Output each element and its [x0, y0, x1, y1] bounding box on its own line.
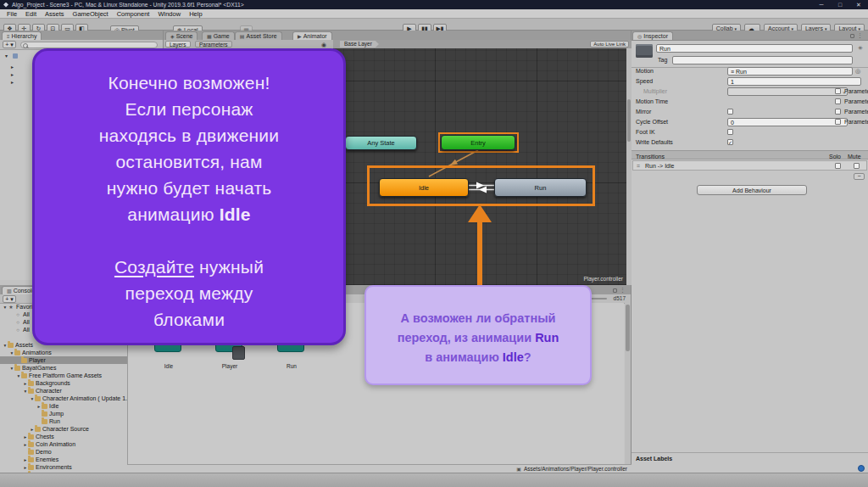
remove-transition-button[interactable]: − — [854, 173, 865, 180]
cycle-offset-parameter-checkbox[interactable] — [835, 119, 841, 125]
transition-list-item[interactable]: = Run -> Idle — [632, 160, 867, 171]
folder-icon — [21, 373, 27, 378]
tree-item-label: Demo — [36, 449, 52, 455]
card-text-line: находясь в движении — [35, 122, 343, 148]
project-tree-item[interactable]: ▸Character Source — [0, 425, 127, 433]
main-toolbar: ❖✛↻⊡▭◧ ◎ Pivot ⊕ Local ▦ ▶▮▮▶▮ Collab▾☁A… — [0, 19, 868, 31]
solo-checkbox[interactable] — [835, 163, 841, 169]
tree-item-label: Chests — [36, 434, 54, 439]
console-icon: ▥ — [7, 288, 12, 294]
menu-item[interactable]: GameObject — [69, 10, 113, 18]
tab-game[interactable]: ▦Game — [202, 31, 235, 40]
tab-layers[interactable]: Layers — [165, 41, 191, 48]
add-behaviour-button[interactable]: Add Behaviour — [697, 185, 807, 195]
menu-item[interactable]: Component — [113, 10, 154, 18]
motion-clip-icon: ≡ — [731, 69, 734, 75]
multiplier-field[interactable]: ▾ — [727, 87, 848, 96]
project-tree-item[interactable]: ▾Free Platform Game Assets — [0, 372, 127, 379]
state-node-run[interactable]: Run — [494, 178, 587, 197]
tab-inspector[interactable]: ◎Inspector — [632, 31, 673, 40]
project-tree-item[interactable]: ▸Enemies — [0, 456, 127, 463]
drag-handle-icon[interactable]: = — [637, 163, 640, 169]
motion-time-parameter-checkbox[interactable] — [835, 98, 841, 104]
breadcrumb[interactable]: Base Layer — [340, 41, 379, 48]
mirror-parameter-checkbox[interactable] — [835, 109, 841, 115]
state-node-idle[interactable]: Idle — [379, 178, 469, 197]
project-tree-item[interactable]: ▸Environments — [0, 463, 127, 471]
project-tree-item[interactable]: Jump — [0, 410, 127, 417]
close-button[interactable]: ✕ — [853, 0, 865, 9]
project-tree-item[interactable]: Demo — [0, 448, 127, 456]
asset-thumbnail-label: Player — [206, 363, 253, 369]
multiplier-parameter-checkbox[interactable] — [835, 88, 841, 94]
scrollbar[interactable] — [625, 303, 631, 464]
card-text-line: Конечно возможен! — [35, 70, 343, 96]
tab-asset-store[interactable]: ▤Asset Store — [235, 31, 282, 40]
tag-field[interactable] — [672, 56, 853, 64]
project-tree-item[interactable]: Player — [0, 356, 127, 364]
foot-ik-checkbox[interactable] — [727, 129, 733, 135]
write-defaults-checkbox[interactable]: ✓ — [727, 139, 733, 145]
tree-item-label: All — [23, 327, 30, 333]
maximize-button[interactable]: □ — [834, 0, 846, 9]
mirror-checkbox[interactable] — [727, 109, 733, 115]
state-node-entry[interactable]: Entry — [441, 135, 515, 150]
create-asset-button[interactable]: + ▾ — [3, 295, 16, 303]
tab-hierarchy[interactable]: ≡Hierarchy — [2, 31, 42, 40]
foot-ik-label: Foot IK — [636, 129, 655, 135]
foldout-arrow-icon[interactable]: ▾ — [5, 53, 8, 59]
state-node-any-state[interactable]: Any State — [345, 136, 417, 150]
project-tree-item[interactable]: ▾Character Animation ( Update 1.8 ) — [0, 395, 127, 402]
state-machine-canvas[interactable]: Any State Entry Idle Run Player.controll… — [333, 48, 632, 285]
tree-item-label: All — [23, 311, 30, 317]
tree-item-label: Character Source — [42, 426, 89, 432]
speed-field[interactable]: 1 — [727, 77, 861, 86]
menu-item[interactable]: Help — [185, 10, 206, 18]
mute-checkbox[interactable] — [854, 163, 860, 169]
eye-icon[interactable]: ◉ — [321, 42, 326, 48]
card-text-line: блоками — [35, 306, 343, 333]
project-tree-item[interactable]: ▸Backgrounds — [0, 379, 127, 387]
lock-icon[interactable] — [613, 288, 617, 293]
menu-item[interactable]: Window — [153, 10, 185, 18]
lock-icon[interactable] — [850, 34, 854, 38]
project-tree-item[interactable]: ▸Chests — [0, 433, 127, 440]
menu-item[interactable]: File — [3, 10, 21, 18]
create-object-button[interactable]: + ▾ — [3, 41, 16, 48]
tree-item-label: Idle — [49, 403, 58, 409]
project-tree-item[interactable]: ▸Idle — [0, 402, 127, 410]
project-tree-item[interactable]: Run — [0, 417, 127, 425]
foldout-arrow-icon[interactable]: ▸ — [11, 64, 14, 70]
auto-live-link-button[interactable]: Auto Live Link — [590, 41, 629, 48]
cycle-offset-label: Cycle Offset — [636, 119, 668, 125]
project-tree-item[interactable]: ▾Character — [0, 387, 127, 395]
asset-label-tag-icon[interactable] — [858, 465, 865, 472]
cycle-offset-field[interactable]: 0 — [727, 118, 848, 126]
game-icon: ▦ — [207, 34, 212, 39]
asset-store-icon: ▤ — [240, 34, 245, 39]
card-text-line: переход между — [35, 280, 343, 306]
gear-icon[interactable]: ✳ — [858, 45, 863, 52]
tree-item-label: Jump — [49, 411, 64, 417]
tree-item-label: Character Animation ( Update 1.8 ) — [42, 395, 127, 401]
state-name-field[interactable]: Run — [656, 44, 853, 53]
tab-parameters[interactable]: Parameters — [195, 41, 232, 48]
menu-dots-icon[interactable]: ⋮ — [620, 287, 626, 294]
menu-item[interactable]: Assets — [41, 10, 69, 18]
menu-dots-icon[interactable]: ⋮ — [857, 32, 863, 39]
project-tree-item[interactable]: ▸Coin Animation — [0, 440, 127, 448]
object-picker-icon[interactable]: ◎ — [855, 68, 860, 75]
foldout-arrow-icon[interactable]: ▸ — [11, 79, 14, 85]
menu-bar: FileEditAssetsGameObjectComponentWindowH… — [0, 9, 868, 19]
minimize-button[interactable]: ─ — [815, 0, 827, 9]
tab-animator[interactable]: ▶Animator — [292, 31, 332, 40]
tab-scene[interactable]: ◈Scene — [165, 31, 198, 40]
foldout-arrow-icon[interactable]: ▸ — [11, 71, 14, 77]
motion-field[interactable]: ≡ Run — [727, 67, 853, 76]
project-tree-item[interactable]: ▾Animations — [0, 349, 127, 356]
hierarchy-search-input[interactable] — [20, 42, 158, 48]
project-counter: d517 — [614, 295, 626, 301]
project-tree-item[interactable]: ▾BayatGames — [0, 364, 127, 372]
folder-icon — [28, 465, 34, 470]
menu-item[interactable]: Edit — [21, 10, 41, 18]
